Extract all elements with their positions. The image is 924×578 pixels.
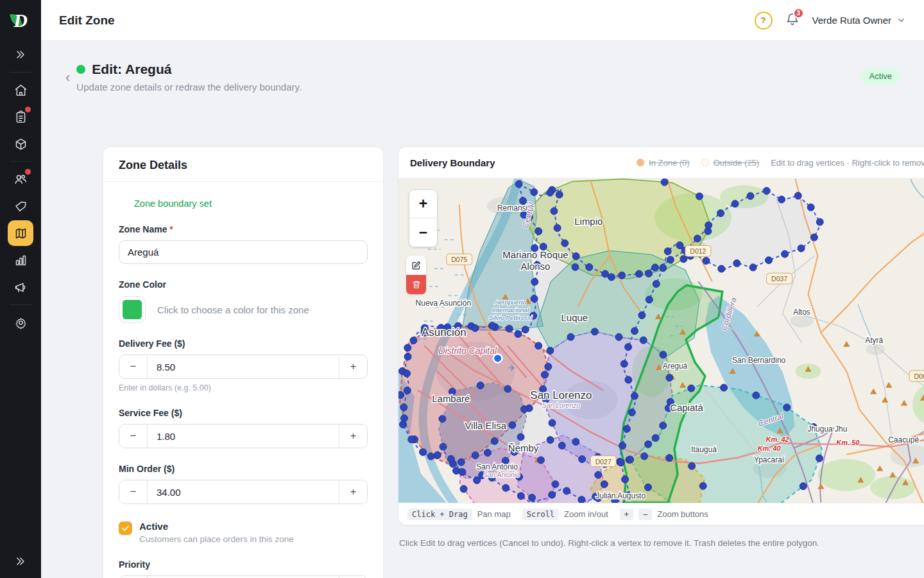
svg-text:D012: D012 bbox=[690, 248, 706, 255]
svg-text:Lambaré: Lambaré bbox=[432, 393, 470, 404]
legend-outside-toggle[interactable]: Outside (25) bbox=[701, 158, 760, 168]
svg-text:Julián Augusto: Julián Augusto bbox=[595, 491, 646, 500]
help-button[interactable]: ? bbox=[755, 12, 773, 30]
main-content: ‹ Edit: Areguá Update zone details or re… bbox=[41, 41, 924, 578]
sidebar-expand-button[interactable] bbox=[8, 548, 33, 574]
service-fee-value[interactable]: 1.80 bbox=[148, 425, 339, 448]
zone-color-label: Zone Color bbox=[119, 279, 368, 290]
kbd-minus: − bbox=[638, 509, 652, 520]
zone-color-swatch bbox=[123, 300, 142, 319]
sidebar-item-analytics[interactable] bbox=[8, 247, 33, 273]
sidebar-item-marketing[interactable] bbox=[8, 274, 33, 300]
edit-vertices-button[interactable] bbox=[406, 256, 426, 275]
chevrons-right-icon bbox=[14, 555, 27, 568]
notifications-button[interactable]: 3 bbox=[785, 12, 800, 29]
hint-pan: Pan map bbox=[477, 509, 511, 519]
svg-text:Mariano Roque: Mariano Roque bbox=[502, 249, 568, 260]
sidebar-item-products[interactable] bbox=[8, 131, 33, 157]
svg-text:Aeropuerto: Aeropuerto bbox=[494, 299, 527, 306]
check-icon bbox=[121, 524, 130, 532]
increment-button[interactable]: + bbox=[339, 425, 367, 448]
svg-text:D037: D037 bbox=[771, 276, 787, 283]
chevron-down-icon bbox=[896, 15, 906, 25]
hint-zoom: Zoom buttons bbox=[657, 509, 708, 519]
delete-polygon-button[interactable] bbox=[406, 275, 426, 294]
sidebar-item-orders[interactable] bbox=[8, 104, 33, 130]
min-order-stepper: − 34.00 + bbox=[119, 480, 368, 504]
in-zone-dot-icon bbox=[637, 159, 644, 166]
window-title: Edit Zone bbox=[59, 13, 115, 28]
svg-text:Asunción: Asunción bbox=[422, 326, 466, 338]
bar-chart-icon bbox=[14, 254, 28, 267]
outside-label: Outside (25) bbox=[714, 158, 760, 168]
svg-text:Limpio: Limpio bbox=[574, 216, 603, 227]
svg-text:Luque: Luque bbox=[561, 312, 588, 323]
svg-text:Caacupé: Caacupé bbox=[888, 435, 919, 444]
topbar: Edit Zone ? 3 Verde Ruta Owner bbox=[41, 0, 924, 41]
decrement-button[interactable]: − bbox=[119, 355, 148, 378]
sidebar-divider bbox=[10, 161, 31, 162]
svg-text:Altos: Altos bbox=[793, 308, 810, 317]
delivery-fee-value[interactable]: 8.50 bbox=[148, 355, 339, 378]
sidebar-item-tags[interactable] bbox=[8, 193, 33, 219]
decrement-button[interactable]: − bbox=[119, 480, 148, 504]
tag-icon bbox=[14, 200, 28, 213]
app-root: D bbox=[0, 0, 924, 578]
back-button[interactable]: ‹ bbox=[65, 71, 70, 85]
orders-notification-dot bbox=[25, 107, 31, 112]
zoom-out-button[interactable]: − bbox=[409, 218, 437, 247]
service-fee-stepper: − 1.80 + bbox=[119, 424, 368, 448]
increment-button[interactable]: + bbox=[339, 355, 367, 378]
sidebar: D bbox=[0, 0, 41, 578]
svg-text:Capiatá: Capiatá bbox=[670, 402, 703, 413]
location-marker bbox=[494, 355, 501, 362]
delivery-boundary-panel: Delivery Boundary In Zone (0) Outside (2… bbox=[398, 146, 924, 525]
legend-in-zone-toggle[interactable]: In Zone (0) bbox=[637, 158, 690, 168]
svg-text:D009: D009 bbox=[914, 373, 924, 380]
megaphone-icon bbox=[14, 281, 28, 294]
app-logo: D bbox=[0, 0, 41, 41]
delivery-fee-stepper: − 8.50 + bbox=[119, 355, 368, 379]
sidebar-collapse-button[interactable] bbox=[8, 42, 33, 67]
sidebar-item-settings[interactable] bbox=[8, 310, 33, 335]
active-checkbox[interactable] bbox=[119, 521, 132, 535]
increment-button[interactable]: + bbox=[339, 480, 367, 504]
airport-icon: ✈ bbox=[508, 363, 516, 373]
zone-name-input[interactable] bbox=[119, 240, 368, 264]
kbd-click-drag: Click + Drag bbox=[407, 509, 472, 520]
sidebar-divider bbox=[10, 304, 31, 305]
map-canvas[interactable]: ✈ D075D012D037D009D027 RemansitoLimpioMa… bbox=[398, 179, 924, 503]
svg-text:Jhugua Jhu: Jhugua Jhu bbox=[807, 425, 847, 434]
cube-icon bbox=[14, 137, 28, 151]
sidebar-item-zones[interactable] bbox=[8, 220, 33, 246]
chevrons-right-icon bbox=[14, 48, 27, 61]
panel-title: Delivery Boundary bbox=[410, 157, 495, 168]
notification-badge: 3 bbox=[793, 8, 804, 19]
svg-text:San Lorenzo: San Lorenzo bbox=[530, 389, 592, 401]
map-icon bbox=[14, 227, 28, 240]
svg-text:Ypacaraí: Ypacaraí bbox=[754, 455, 785, 464]
svg-text:Internacional: Internacional bbox=[492, 306, 529, 313]
svg-text:Atyrá: Atyrá bbox=[865, 336, 883, 345]
map-svg: ✈ D075D012D037D009D027 RemansitoLimpioMa… bbox=[398, 179, 924, 503]
zoom-in-button[interactable]: + bbox=[409, 190, 437, 218]
user-menu[interactable]: Verde Ruta Owner bbox=[812, 15, 906, 26]
kbd-plus: + bbox=[620, 509, 633, 520]
logo-letter: D bbox=[13, 10, 28, 31]
min-order-value[interactable]: 34.00 bbox=[148, 480, 339, 504]
sidebar-item-home[interactable] bbox=[8, 77, 33, 103]
sidebar-item-customers[interactable] bbox=[8, 166, 33, 192]
priority-stepper: − 0 + bbox=[119, 575, 368, 578]
color-swatch-button[interactable] bbox=[119, 296, 146, 323]
decrement-button[interactable]: − bbox=[119, 425, 148, 448]
page-header: ‹ Edit: Areguá Update zone details or re… bbox=[62, 62, 901, 92]
question-mark-icon: ? bbox=[761, 15, 766, 25]
boundary-status-text: Zone boundary set bbox=[134, 198, 368, 209]
kbd-scroll: Scroll bbox=[522, 509, 559, 520]
priority-label: Priority bbox=[119, 559, 368, 570]
map-caption: Click Edit to drag vertices (Cancel to u… bbox=[398, 538, 924, 548]
svg-text:Nueva Asunción: Nueva Asunción bbox=[416, 299, 472, 308]
hint-scroll: Zoom in/out bbox=[564, 509, 608, 519]
panel-title: Zone Details bbox=[119, 159, 368, 172]
page-subtitle: Update zone details or redraw the delive… bbox=[76, 82, 302, 92]
